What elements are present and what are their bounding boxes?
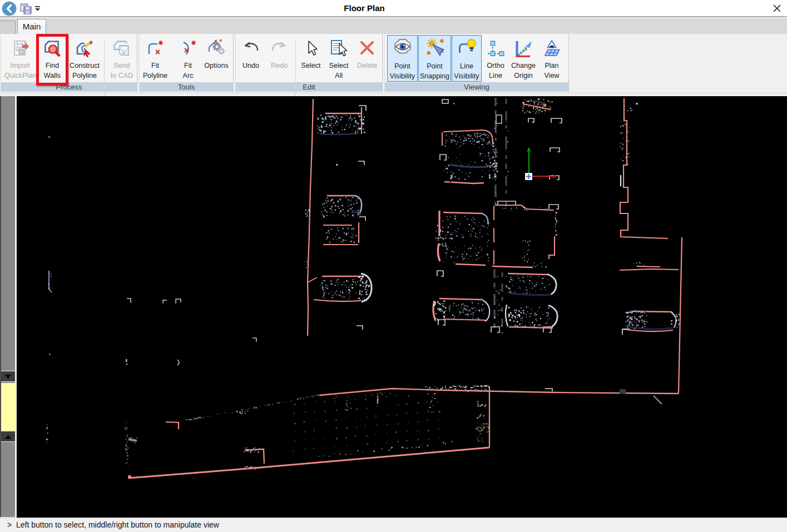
- svg-text:A: A: [15, 41, 19, 47]
